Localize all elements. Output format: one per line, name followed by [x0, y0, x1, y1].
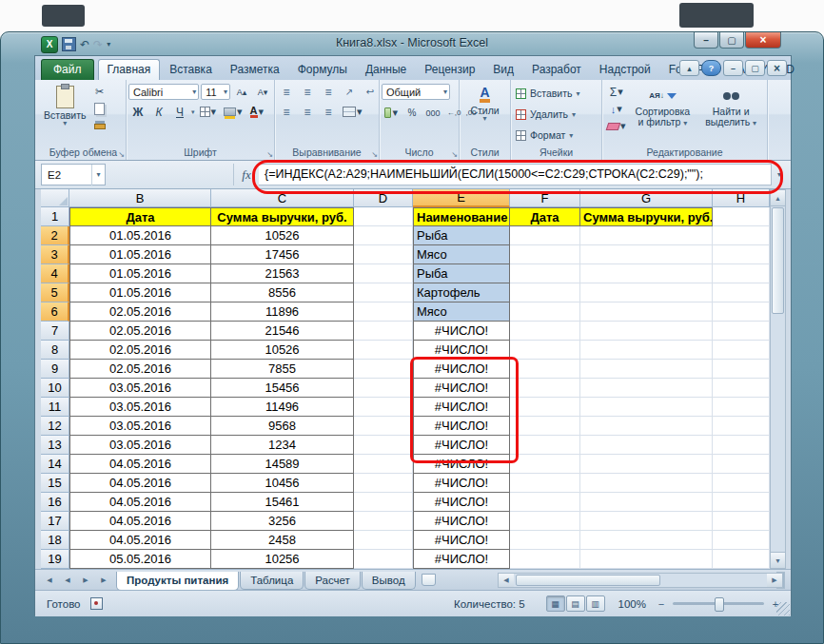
ribbon-tab[interactable]: Рецензир — [416, 60, 483, 80]
name-box-dropdown-icon[interactable] — [91, 165, 105, 185]
column-header-B[interactable]: B — [69, 189, 211, 207]
cell-B2[interactable]: 01.05.2016 — [69, 226, 211, 245]
row-header-16[interactable]: 16 — [41, 493, 69, 512]
cell-E1[interactable]: Наименование — [413, 207, 510, 226]
cell-D14[interactable] — [354, 455, 413, 474]
cell-C16[interactable]: 15461 — [211, 493, 354, 512]
cell-F1[interactable]: Дата — [510, 207, 580, 226]
cell-H13[interactable] — [713, 436, 770, 455]
row-header-3[interactable]: 3 — [41, 245, 69, 264]
sheet-tab[interactable]: Вывод — [362, 572, 416, 590]
row-header-18[interactable]: 18 — [41, 531, 69, 550]
column-header-F[interactable]: F — [510, 189, 580, 207]
cell-F5[interactable] — [510, 283, 580, 302]
row-header-19[interactable]: 19 — [41, 550, 69, 569]
row-header-5[interactable]: 5 — [41, 283, 69, 302]
cell-D9[interactable] — [354, 360, 413, 379]
copy-button[interactable] — [90, 101, 109, 117]
row-header-7[interactable]: 7 — [41, 322, 69, 341]
cell-D1[interactable] — [354, 207, 413, 226]
cell-C19[interactable]: 10256 — [211, 550, 354, 569]
cell-F14[interactable] — [510, 455, 580, 474]
cell-B8[interactable]: 02.05.2016 — [69, 341, 211, 360]
scroll-left-icon[interactable] — [499, 574, 514, 587]
zoom-track[interactable] — [673, 602, 764, 605]
cell-C8[interactable]: 10526 — [211, 341, 354, 360]
underline-button[interactable]: Ч — [170, 104, 189, 120]
cell-F4[interactable] — [510, 264, 580, 283]
zoom-out-icon[interactable]: − — [656, 598, 667, 610]
cell-B15[interactable]: 04.05.2016 — [69, 474, 211, 493]
ribbon-tab[interactable]: Главная — [98, 59, 161, 80]
cell-C1[interactable]: Сумма выручки, руб. — [211, 207, 354, 226]
cell-F8[interactable] — [510, 341, 580, 360]
ribbon-tab[interactable]: Формулы — [289, 60, 356, 80]
cell-D4[interactable] — [354, 264, 413, 283]
formula-input[interactable]: {=ИНДЕКС(A2:A29;НАИМЕНЬШИЙ(ЕСЛИ(15000<=C… — [259, 164, 772, 185]
row-header-8[interactable]: 8 — [41, 341, 69, 360]
font-family-combo[interactable]: Calibri — [128, 84, 199, 100]
dialog-launcher-icon[interactable] — [118, 151, 125, 159]
cell-G3[interactable] — [580, 245, 713, 264]
cell-H16[interactable] — [713, 493, 770, 512]
thousands-format-button[interactable]: 000 — [423, 105, 442, 121]
wrap-text-button[interactable] — [361, 84, 380, 100]
vertical-scrollbar[interactable]: ▲ ▼ — [770, 189, 786, 569]
cell-B17[interactable]: 04.05.2016 — [69, 512, 211, 531]
cell-B5[interactable]: 01.05.2016 — [69, 283, 211, 302]
cell-C14[interactable]: 14589 — [211, 455, 354, 474]
row-header-17[interactable]: 17 — [41, 512, 69, 531]
cell-E3[interactable]: Мясо — [413, 245, 510, 264]
cell-F16[interactable] — [510, 493, 580, 512]
cell-F7[interactable] — [510, 322, 580, 341]
cell-C9[interactable]: 7855 — [211, 360, 354, 379]
cell-H5[interactable] — [713, 283, 770, 302]
cell-H11[interactable] — [713, 398, 770, 417]
cell-E9[interactable]: #ЧИСЛО! — [413, 360, 510, 379]
number-format-combo[interactable]: Общий — [382, 84, 450, 100]
cell-B14[interactable]: 04.05.2016 — [69, 455, 211, 474]
macro-record-icon[interactable] — [90, 597, 103, 610]
row-header-4[interactable]: 4 — [41, 264, 69, 283]
column-header-G[interactable]: G — [580, 189, 713, 207]
cell-E18[interactable]: #ЧИСЛО! — [413, 531, 510, 550]
name-box[interactable]: E2 — [41, 164, 106, 185]
next-sheet-icon[interactable] — [77, 572, 94, 589]
cell-C13[interactable]: 1234 — [211, 436, 354, 455]
cell-H9[interactable] — [713, 360, 770, 379]
cell-G6[interactable] — [580, 302, 713, 322]
help-icon[interactable] — [701, 60, 721, 76]
cell-G10[interactable] — [580, 379, 713, 398]
italic-button[interactable]: К — [149, 104, 168, 120]
cell-F2[interactable] — [510, 226, 580, 245]
cell-G8[interactable] — [580, 341, 713, 360]
cell-G16[interactable] — [580, 493, 713, 512]
page-break-view-button[interactable] — [586, 595, 605, 612]
cell-E6[interactable]: Мясо — [413, 302, 510, 322]
save-icon[interactable] — [62, 37, 76, 51]
cell-G11[interactable] — [580, 398, 713, 417]
close-button[interactable] — [745, 32, 781, 49]
cell-E7[interactable]: #ЧИСЛО! — [413, 322, 510, 341]
clear-button[interactable] — [604, 118, 629, 134]
cell-G19[interactable] — [580, 550, 713, 569]
cell-F18[interactable] — [510, 531, 580, 550]
cell-B3[interactable]: 01.05.2016 — [69, 245, 211, 264]
cell-E2[interactable]: Рыба — [413, 226, 510, 245]
cell-D18[interactable] — [354, 531, 413, 550]
cut-button[interactable] — [90, 84, 109, 100]
cell-C7[interactable]: 21546 — [211, 322, 354, 341]
cell-F10[interactable] — [510, 379, 580, 398]
paste-button[interactable]: Вставить — [43, 82, 88, 146]
column-header-D[interactable]: D — [354, 189, 413, 207]
cell-G18[interactable] — [580, 531, 713, 550]
cell-C18[interactable]: 2458 — [211, 531, 354, 550]
row-header-1[interactable]: 1 — [41, 207, 69, 226]
cell-H14[interactable] — [713, 455, 770, 474]
cell-H18[interactable] — [713, 531, 770, 550]
vertical-scroll-thumb[interactable] — [772, 207, 784, 314]
maximize-button[interactable] — [719, 32, 744, 49]
cell-B6[interactable]: 02.05.2016 — [69, 302, 211, 322]
row-header-14[interactable]: 14 — [41, 455, 69, 474]
cell-D10[interactable] — [354, 379, 413, 398]
